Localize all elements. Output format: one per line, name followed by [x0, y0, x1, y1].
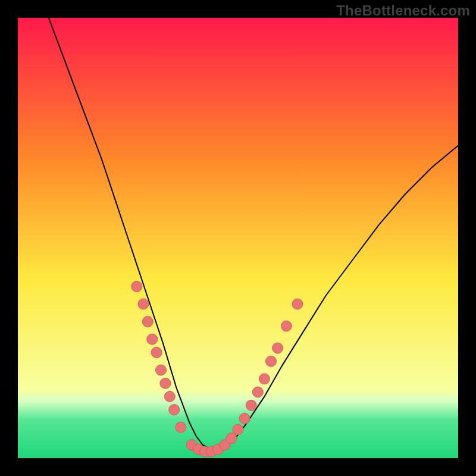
curve-marker [239, 413, 250, 424]
curve-marker [151, 347, 162, 358]
curve-marker [226, 433, 237, 444]
curve-marker [142, 317, 153, 327]
curve-marker [131, 281, 142, 292]
curve-marker [160, 378, 171, 389]
chart-frame: TheBottleneck.com [0, 0, 476, 476]
curve-marker [233, 424, 243, 435]
curve-marker [138, 299, 149, 309]
curve-marker [266, 356, 277, 367]
curve-marker [281, 321, 292, 331]
curve-marker [176, 422, 186, 433]
curve-marker [259, 374, 270, 384]
curve-marker [147, 334, 158, 345]
curve-marker [252, 387, 263, 397]
curve-marker [246, 400, 256, 411]
gradient-background [18, 18, 458, 458]
curve-marker [169, 405, 180, 415]
watermark-text: TheBottleneck.com [336, 2, 470, 19]
chart-plot [18, 18, 458, 458]
curve-marker [273, 343, 283, 353]
curve-marker [156, 365, 167, 375]
curve-marker [292, 299, 303, 309]
curve-marker [164, 391, 175, 402]
